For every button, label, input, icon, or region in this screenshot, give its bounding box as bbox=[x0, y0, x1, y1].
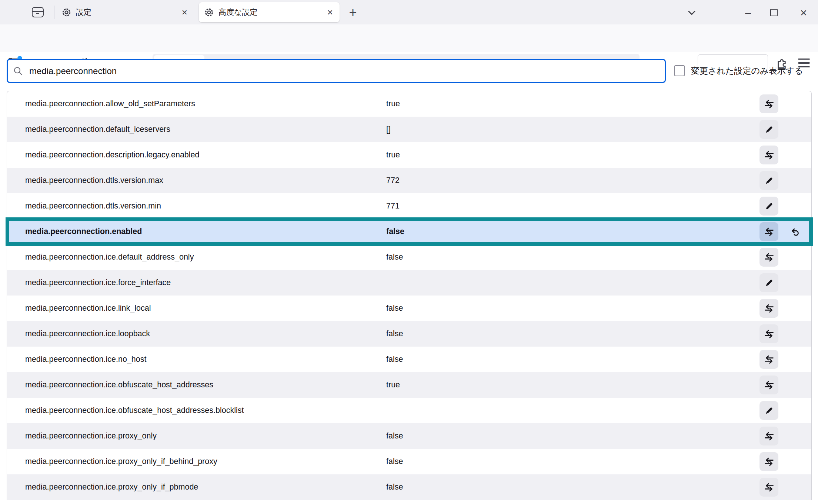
pref-value: false bbox=[386, 304, 759, 313]
window-maximize-button[interactable] bbox=[766, 5, 782, 20]
firefox-view-button[interactable] bbox=[30, 4, 46, 20]
toggle-pref-button[interactable] bbox=[759, 299, 778, 318]
toggle-arrows-icon bbox=[764, 380, 774, 390]
pref-actions bbox=[759, 452, 811, 471]
firefox-view-icon bbox=[32, 7, 44, 17]
reset-pref-button[interactable] bbox=[787, 223, 804, 241]
edit-pref-button[interactable] bbox=[759, 401, 778, 420]
edit-pref-button[interactable] bbox=[759, 171, 778, 190]
pref-name: media.peerconnection.ice.proxy_only_if_b… bbox=[25, 457, 386, 466]
show-modified-only-checkbox[interactable] bbox=[674, 65, 685, 76]
pref-row: media.peerconnection.ice.obfuscate_host_… bbox=[7, 398, 811, 423]
pref-actions bbox=[759, 376, 811, 394]
pref-actions bbox=[759, 427, 811, 445]
window-close-button[interactable]: × bbox=[795, 5, 812, 20]
new-tab-button[interactable]: + bbox=[346, 6, 360, 20]
pref-name: media.peerconnection.ice.default_address… bbox=[25, 253, 386, 262]
pref-actions bbox=[759, 120, 811, 139]
pref-name: media.peerconnection.ice.proxy_only bbox=[25, 431, 386, 441]
toggle-arrows-icon bbox=[764, 99, 774, 109]
pref-name: media.peerconnection.dtls.version.max bbox=[25, 176, 386, 185]
pref-name: media.peerconnection.ice.force_interface bbox=[25, 278, 386, 287]
navigation-bar: Firefox about:config bbox=[0, 24, 818, 52]
toggle-pref-button[interactable] bbox=[759, 222, 778, 241]
pref-actions bbox=[759, 478, 811, 497]
toggle-arrows-icon bbox=[764, 303, 774, 314]
pref-name: media.peerconnection.ice.loopback bbox=[25, 329, 386, 338]
maximize-icon bbox=[770, 9, 778, 16]
tab-settings-label: 設定 bbox=[76, 7, 180, 17]
toggle-pref-button[interactable] bbox=[759, 94, 778, 113]
pref-row: media.peerconnection.ice.force_interface bbox=[7, 270, 811, 296]
pref-name: media.peerconnection.dtls.version.min bbox=[25, 201, 386, 211]
pref-row: media.peerconnection.ice.default_address… bbox=[7, 244, 811, 270]
undo-icon bbox=[790, 227, 801, 237]
toggle-pref-button[interactable] bbox=[759, 478, 778, 497]
pref-name: media.peerconnection.description.legacy.… bbox=[25, 150, 386, 160]
toggle-pref-button[interactable] bbox=[759, 427, 778, 445]
config-search-input[interactable] bbox=[7, 59, 666, 83]
tab-advanced-settings-label: 高度な設定 bbox=[218, 7, 326, 17]
pref-value: true bbox=[386, 380, 759, 390]
pref-value: 771 bbox=[386, 201, 759, 211]
pref-value: false bbox=[386, 431, 759, 441]
toggle-pref-button[interactable] bbox=[759, 452, 778, 471]
pref-row: media.peerconnection.ice.no_hostfalse bbox=[7, 347, 811, 372]
tab-separator bbox=[54, 6, 54, 19]
pref-row: media.peerconnection.allow_old_setParame… bbox=[7, 91, 811, 117]
pref-actions bbox=[759, 171, 811, 190]
pref-actions bbox=[759, 222, 811, 241]
pencil-icon bbox=[764, 406, 774, 415]
pref-actions bbox=[759, 94, 811, 113]
show-modified-only-label: 変更された設定のみ表示する bbox=[691, 61, 803, 80]
tab-close-icon[interactable]: × bbox=[326, 7, 334, 17]
edit-pref-button[interactable] bbox=[759, 197, 778, 216]
toggle-pref-button[interactable] bbox=[759, 146, 778, 164]
pref-name: media.peerconnection.ice.obfuscate_host_… bbox=[25, 406, 386, 415]
pref-actions bbox=[759, 146, 811, 164]
pref-actions bbox=[759, 324, 811, 343]
tab-close-icon[interactable]: × bbox=[180, 7, 189, 17]
pref-value: false bbox=[386, 457, 759, 466]
toggle-arrows-icon bbox=[764, 482, 774, 493]
tab-strip: 設定 × 高度な設定 × + – × bbox=[0, 0, 818, 24]
pref-row: media.peerconnection.default_iceservers[… bbox=[7, 117, 811, 142]
toggle-pref-button[interactable] bbox=[759, 248, 778, 267]
pref-row: media.peerconnection.dtls.version.max772 bbox=[7, 168, 811, 193]
tab-settings[interactable]: 設定 × bbox=[56, 2, 194, 22]
edit-pref-button[interactable] bbox=[759, 273, 778, 292]
chevron-down-icon bbox=[687, 7, 697, 18]
pref-name: media.peerconnection.ice.link_local bbox=[25, 304, 386, 313]
pref-actions bbox=[759, 401, 811, 420]
toggle-pref-button[interactable] bbox=[759, 350, 778, 369]
pref-name: media.peerconnection.ice.no_host bbox=[25, 355, 386, 364]
toggle-pref-button[interactable] bbox=[759, 324, 778, 343]
pref-actions bbox=[759, 350, 811, 369]
pref-value: false bbox=[386, 483, 759, 492]
toggle-arrows-icon bbox=[764, 457, 774, 467]
toggle-arrows-icon bbox=[764, 150, 774, 160]
pref-value: false bbox=[386, 329, 759, 338]
pref-row: media.peerconnection.ice.link_localfalse bbox=[7, 296, 811, 321]
pref-row: media.peerconnection.ice.proxy_only_if_b… bbox=[7, 449, 811, 474]
toggle-pref-button[interactable] bbox=[759, 376, 778, 394]
pref-row: media.peerconnection.ice.proxy_only_if_p… bbox=[7, 474, 811, 500]
gear-icon bbox=[61, 7, 71, 17]
tab-advanced-settings[interactable]: 高度な設定 × bbox=[199, 2, 340, 22]
pref-actions bbox=[759, 248, 811, 267]
pref-name: media.peerconnection.allow_old_setParame… bbox=[25, 99, 386, 109]
pref-actions bbox=[759, 299, 811, 318]
tab-list-dropdown-button[interactable] bbox=[684, 5, 700, 20]
pref-row: media.peerconnection.description.legacy.… bbox=[7, 142, 811, 168]
toggle-arrows-icon bbox=[764, 227, 774, 237]
edit-pref-button[interactable] bbox=[759, 120, 778, 139]
toggle-arrows-icon bbox=[764, 329, 774, 339]
pref-value: true bbox=[386, 99, 759, 109]
pref-row: media.peerconnection.ice.loopbackfalse bbox=[7, 321, 811, 347]
pref-table: media.peerconnection.allow_old_setParame… bbox=[7, 91, 812, 500]
pref-row: media.peerconnection.enabledfalse bbox=[7, 219, 811, 244]
pencil-icon bbox=[764, 176, 774, 186]
pencil-icon bbox=[764, 278, 774, 288]
pref-actions bbox=[759, 273, 811, 292]
window-minimize-button[interactable]: – bbox=[740, 5, 756, 20]
